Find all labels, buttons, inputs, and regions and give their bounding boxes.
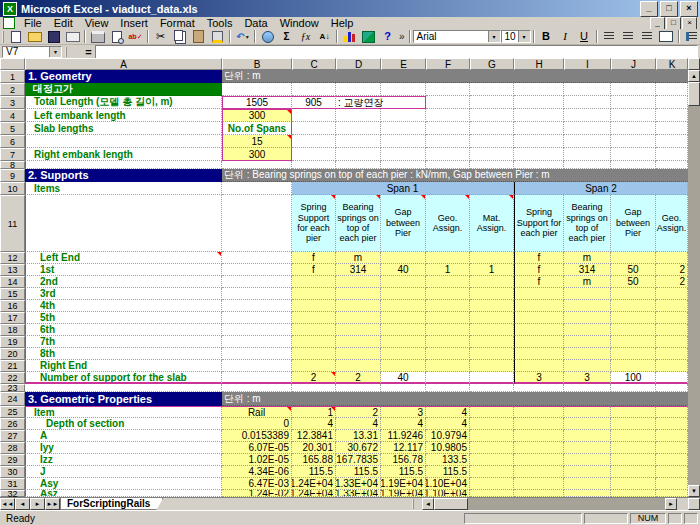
cell-F23[interactable] (426, 384, 470, 392)
cell-B28[interactable]: 6.07E-05 (222, 442, 292, 454)
row-header-26[interactable]: 26 (0, 418, 25, 430)
email-button[interactable] (63, 29, 82, 44)
cell-F12[interactable] (426, 252, 470, 264)
cell-J13[interactable]: 50 (611, 264, 656, 276)
cell-B31[interactable]: 6.47E-03 (222, 478, 292, 490)
cell-H13[interactable]: f (514, 264, 564, 276)
cell-G6[interactable] (470, 135, 514, 148)
cell-E14[interactable] (381, 276, 426, 288)
close-button[interactable]: × (680, 1, 698, 17)
cell-D2[interactable] (336, 83, 381, 96)
cell-K12[interactable] (656, 252, 688, 264)
menu-help[interactable]: Help (325, 17, 360, 29)
cell-F5[interactable] (426, 122, 470, 135)
row-header-3[interactable]: 3 (0, 96, 25, 109)
cell-J29[interactable] (611, 454, 656, 466)
cell-A1[interactable]: 1. Geometry (25, 70, 222, 83)
cell-K7[interactable] (656, 148, 688, 161)
previous-sheet-button[interactable]: ◄ (15, 498, 30, 510)
cell-G8[interactable] (470, 161, 514, 169)
cell-G2[interactable] (470, 83, 514, 96)
cell-G17[interactable] (470, 312, 514, 324)
cell-I29[interactable] (564, 454, 611, 466)
column-header-H[interactable]: H (514, 58, 564, 70)
scroll-right-icon[interactable]: ► (665, 498, 677, 510)
column-header-A[interactable]: A (25, 58, 222, 70)
cell-H29[interactable] (514, 454, 564, 466)
cell-J20[interactable] (611, 348, 656, 360)
cell-B8[interactable] (222, 161, 292, 169)
cell-K23[interactable] (656, 384, 688, 392)
cell-E6[interactable] (381, 135, 426, 148)
cell-F4[interactable] (426, 109, 470, 122)
cell-H26[interactable] (514, 418, 564, 430)
cell-E5[interactable] (381, 122, 426, 135)
cell-J4[interactable] (611, 109, 656, 122)
cell-H28[interactable] (514, 442, 564, 454)
vertical-scroll-thumb[interactable] (688, 82, 700, 106)
align-left-button[interactable] (600, 29, 619, 44)
cell-I25[interactable] (564, 406, 611, 418)
cell-D18[interactable] (336, 324, 381, 336)
cell-H31[interactable] (514, 478, 564, 490)
cell-E12[interactable] (381, 252, 426, 264)
cell-D27[interactable]: 13.31 (336, 430, 381, 442)
cell-D17[interactable] (336, 312, 381, 324)
cell-A23[interactable] (25, 384, 222, 392)
sheet-tab[interactable]: ForScriptingRails (60, 498, 163, 510)
cell-C11[interactable]: Spring Support for each pier (292, 195, 336, 252)
cell-E22[interactable]: 40 (381, 372, 426, 384)
cell-C26[interactable]: 4 (292, 418, 336, 430)
paste-button[interactable] (189, 29, 208, 44)
cell-A20[interactable]: 8th (25, 348, 222, 360)
cell-C4[interactable] (292, 109, 336, 122)
row-header-25[interactable]: 25 (0, 406, 25, 418)
cell-J28[interactable] (611, 442, 656, 454)
cell-C19[interactable] (292, 336, 336, 348)
cell-D31[interactable]: 1.33E+04 (336, 478, 381, 490)
cell-E30[interactable]: 115.5 (381, 466, 426, 478)
cell-J23[interactable] (611, 384, 656, 392)
new-button[interactable] (6, 29, 25, 44)
cell-F2[interactable] (426, 83, 470, 96)
cell-J3[interactable] (611, 96, 656, 109)
menu-data[interactable]: Data (238, 17, 273, 29)
cell-I11[interactable]: Bearing springs on top of each pier (564, 195, 611, 252)
cell-G32[interactable] (470, 490, 514, 497)
cell-K19[interactable] (656, 336, 688, 348)
cell-D6[interactable] (336, 135, 381, 148)
font-size-select-dropdown-icon[interactable]: ▾ (518, 31, 530, 42)
cell-J6[interactable] (611, 135, 656, 148)
cell-C16[interactable] (292, 300, 336, 312)
row-header-28[interactable]: 28 (0, 442, 25, 454)
first-sheet-button[interactable]: ◄◄ (0, 498, 15, 510)
italic-button[interactable]: I (556, 29, 575, 44)
cell-J25[interactable] (611, 406, 656, 418)
cell-C14[interactable] (292, 276, 336, 288)
cell-J11[interactable]: Gap between Pier (611, 195, 656, 252)
row-header-8[interactable]: 8 (0, 161, 25, 169)
cell-E15[interactable] (381, 288, 426, 300)
cell-E11[interactable]: Gap between Pier (381, 195, 426, 252)
format-painter-button[interactable] (208, 29, 227, 44)
row-header-16[interactable]: 16 (0, 300, 25, 312)
row-header-17[interactable]: 17 (0, 312, 25, 324)
row-header-19[interactable]: 19 (0, 336, 25, 348)
row-header-6[interactable]: 6 (0, 135, 25, 148)
vertical-scroll-track[interactable] (688, 106, 700, 485)
cell-H16[interactable] (514, 300, 564, 312)
cell-B27[interactable]: 0.0153389 (222, 430, 292, 442)
cell-D28[interactable]: 30.672 (336, 442, 381, 454)
cell-C31[interactable]: 1.24E+04 (292, 478, 336, 490)
restore-button[interactable]: □ (660, 1, 678, 17)
last-sheet-button[interactable]: ►► (45, 498, 60, 510)
cell-E32[interactable]: 1.19E+04 (381, 490, 426, 497)
merge-and-center-button[interactable] (657, 29, 676, 44)
cell-K30[interactable] (656, 466, 688, 478)
cell-B7[interactable]: 300 (222, 148, 292, 161)
horizontal-scroll-thumb[interactable] (434, 498, 468, 510)
column-header-I[interactable]: I (564, 58, 611, 70)
cell-A28[interactable]: Iyy (25, 442, 222, 454)
cell-K32[interactable] (656, 490, 688, 497)
cell-E21[interactable] (381, 360, 426, 372)
